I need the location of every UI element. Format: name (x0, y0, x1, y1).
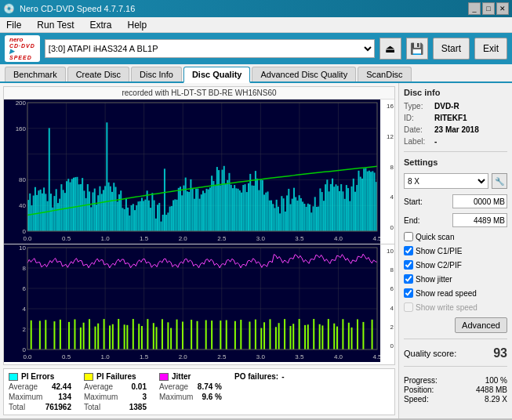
y2-label-4: 4 (380, 305, 394, 312)
po-failures-title: PO failures: (234, 372, 278, 381)
chart-title: recorded with HL-DT-ST BD-RE WH16NS60 (4, 87, 394, 100)
main-content: recorded with HL-DT-ST BD-RE WH16NS60 16… (0, 83, 512, 418)
tab-scan-disc[interactable]: ScanDisc (358, 67, 411, 81)
chart-area: recorded with HL-DT-ST BD-RE WH16NS60 16… (3, 86, 395, 365)
nero-logo: nero CD·DVD▶SPEED (5, 35, 40, 62)
maximize-button[interactable]: □ (482, 2, 495, 15)
app-icon: 💿 (3, 3, 15, 14)
disc-label-row: Label: - (404, 137, 507, 146)
tab-advanced-disc-quality[interactable]: Advanced Disc Quality (252, 67, 356, 81)
menubar: File Run Test Extra Help (0, 17, 512, 33)
y2-label-0: 0 (380, 342, 394, 349)
pi-errors-color (9, 373, 18, 381)
legend-pi-errors: PI Errors Average 42.44 Maximum 134 Tota… (9, 372, 71, 411)
disc-type-row: Type: DVD-R (404, 102, 507, 110)
pi-failures-avg-value: 0.01 (132, 382, 147, 391)
legend-area: PI Errors Average 42.44 Maximum 134 Tota… (3, 368, 395, 415)
menu-run-test[interactable]: Run Test (34, 19, 77, 31)
legend-po-failures: PO failures: - (234, 372, 297, 411)
progress-label: Progress: (404, 376, 438, 385)
tab-bar: Benchmark Create Disc Disc Info Disc Qua… (0, 64, 512, 83)
disc-id-row: ID: RITEKF1 (404, 114, 507, 122)
start-input[interactable] (452, 194, 507, 208)
jitter-avg-value: 8.74 % (198, 382, 222, 391)
show-read-speed-checkbox[interactable] (404, 288, 413, 298)
pi-errors-total-label: Total (9, 403, 25, 411)
show-read-speed-row: Show read speed (404, 288, 507, 298)
disc-info-title: Disc info (404, 88, 507, 97)
y-label-16: 16 (380, 103, 394, 110)
menu-help[interactable]: Help (125, 19, 151, 31)
show-c2-pif-row: Show C2/PIF (404, 260, 507, 270)
close-button[interactable]: ✕ (496, 2, 509, 15)
eject-icon[interactable]: ⏏ (379, 38, 401, 60)
jitter-color (159, 373, 169, 381)
jitter-max-value: 9.6 % (202, 393, 222, 401)
y2-label-8: 8 (380, 266, 394, 273)
pi-errors-avg-label: Average (9, 382, 38, 391)
date-value: 23 Mar 2018 (434, 125, 479, 134)
bottom-chart: 10 8 6 4 2 0 (4, 244, 394, 362)
end-label: End: (404, 216, 420, 225)
speed-selector[interactable]: 8 X (404, 173, 488, 189)
pi-failures-title: PI Failures (96, 372, 136, 381)
quick-scan-checkbox[interactable] (404, 232, 413, 241)
pi-failures-total-label: Total (84, 403, 100, 411)
id-label: ID: (404, 114, 431, 122)
y-label-12: 12 (380, 133, 394, 140)
tab-create-disc[interactable]: Create Disc (67, 67, 129, 81)
show-jitter-checkbox[interactable] (404, 274, 413, 284)
show-c1-pie-checkbox[interactable] (404, 246, 413, 255)
y2-label-2: 2 (380, 324, 394, 331)
y-label-0: 0 (380, 224, 394, 231)
y2-label-10: 10 (380, 248, 394, 255)
minimize-button[interactable]: _ (468, 2, 481, 15)
pi-errors-total-value: 761962 (45, 403, 71, 411)
pi-errors-max-label: Maximum (9, 393, 42, 401)
tab-disc-info[interactable]: Disc Info (131, 67, 182, 81)
pi-failures-total-value: 1385 (129, 403, 147, 411)
speed-row: 8 X 🔧 (404, 173, 507, 189)
menu-extra[interactable]: Extra (86, 19, 114, 31)
id-value: RITEKF1 (434, 114, 467, 122)
pi-errors-title: PI Errors (21, 372, 54, 381)
jitter-avg-label: Average (159, 382, 188, 391)
app-title: Nero CD-DVD Speed 4.7.7.16 (20, 4, 135, 13)
pi-errors-max-value: 134 (58, 393, 71, 401)
show-write-speed-row: Show write speed (404, 302, 507, 312)
pi-failures-color (84, 373, 93, 381)
type-label: Type: (404, 102, 431, 110)
bottom-chart-canvas (4, 244, 380, 362)
quality-row: Quality score: 93 (404, 346, 507, 360)
speed-value: 8.29 X (485, 395, 507, 404)
jitter-title: Jitter (172, 372, 191, 381)
advanced-button[interactable]: Advanced (455, 317, 507, 333)
quality-score-value: 93 (493, 346, 507, 360)
y-label-4: 4 (380, 194, 394, 201)
show-c2-pif-label: Show C2/PIF (416, 261, 462, 270)
show-write-speed-label: Show write speed (416, 303, 478, 312)
label-value: - (434, 137, 437, 146)
exit-button[interactable]: Exit (474, 38, 507, 60)
pi-errors-avg-value: 42.44 (52, 382, 71, 391)
settings-title: Settings (404, 158, 507, 167)
y-label-8: 8 (380, 164, 394, 171)
quick-scan-row: Quick scan (404, 232, 507, 241)
tab-disc-quality[interactable]: Disc Quality (183, 67, 251, 83)
menu-file[interactable]: File (3, 19, 24, 31)
show-c1-pie-row: Show C1/PIE (404, 246, 507, 255)
pi-failures-max-label: Maximum (84, 393, 118, 401)
speed-label: Speed: (404, 395, 429, 404)
drive-selector[interactable]: [3:0] ATAPI iHAS324 A BL1P (45, 39, 375, 58)
end-input[interactable] (452, 213, 507, 227)
pi-failures-avg-label: Average (84, 382, 113, 391)
show-read-speed-label: Show read speed (416, 289, 477, 298)
show-write-speed-checkbox (404, 302, 413, 312)
tab-benchmark[interactable]: Benchmark (5, 67, 66, 81)
show-jitter-label: Show jitter (416, 275, 452, 284)
start-button[interactable]: Start (433, 38, 470, 60)
settings-icon-btn[interactable]: 🔧 (492, 173, 507, 189)
show-c1-pie-label: Show C1/PIE (416, 247, 462, 255)
save-icon[interactable]: 💾 (406, 38, 428, 60)
show-c2-pif-checkbox[interactable] (404, 260, 413, 270)
